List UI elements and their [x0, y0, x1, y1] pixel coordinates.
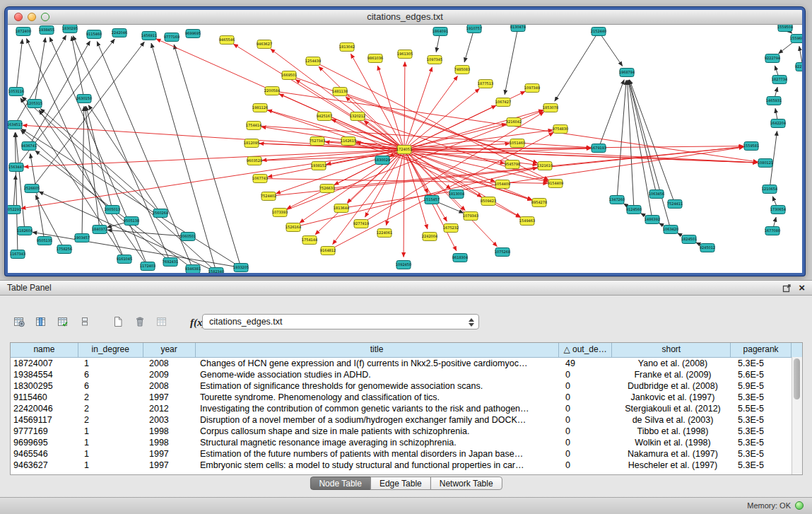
- graph-node[interactable]: 3216042: [506, 118, 522, 127]
- graph-node[interactable]: 1080121: [758, 159, 773, 168]
- table-row[interactable]: 1938455462009Genome-wide association stu…: [11, 369, 802, 380]
- import-table-icon[interactable]: [153, 313, 171, 332]
- graph-edge[interactable]: [404, 150, 404, 257]
- zoom-button[interactable]: [41, 13, 49, 21]
- graph-node[interactable]: 1052291: [8, 206, 21, 214]
- window-titlebar[interactable]: citations_edges.txt: [8, 10, 802, 25]
- graph-node[interactable]: 9545798: [505, 160, 520, 169]
- graph-node[interactable]: 1515457: [424, 196, 440, 204]
- graph-node[interactable]: 1582340: [208, 268, 224, 274]
- graph-node[interactable]: 1465931: [766, 97, 782, 105]
- graph-node[interactable]: 1840372: [92, 226, 107, 234]
- graph-node[interactable]: 1910757: [466, 25, 482, 33]
- graph-node[interactable]: 8954278: [531, 199, 547, 207]
- column-header-3[interactable]: title: [196, 343, 559, 357]
- graph-node[interactable]: 1864091: [433, 28, 448, 36]
- graph-node[interactable]: 1968794: [619, 69, 635, 77]
- column-header-5[interactable]: short: [612, 343, 731, 357]
- graph-node[interactable]: 9154409: [548, 180, 563, 188]
- graph-node[interactable]: 1677080: [765, 227, 780, 235]
- graph-edge[interactable]: [404, 124, 506, 149]
- graph-node[interactable]: 1321610: [537, 162, 553, 170]
- graph-node[interactable]: 1347260: [609, 196, 625, 204]
- graph-node[interactable]: 7692431: [163, 258, 178, 267]
- graph-edge[interactable]: [505, 28, 518, 95]
- graph-node[interactable]: 1813004: [449, 190, 464, 199]
- graph-node[interactable]: 1162615: [341, 137, 356, 146]
- graph-node[interactable]: 9124560: [626, 206, 642, 214]
- graph-edge[interactable]: [22, 97, 216, 272]
- table-columns-icon[interactable]: [32, 313, 50, 332]
- column-header-2[interactable]: year: [143, 343, 196, 357]
- graph-node[interactable]: 1559504: [777, 25, 793, 32]
- graph-edge[interactable]: [97, 42, 193, 269]
- graph-node[interactable]: 1679193: [591, 144, 606, 153]
- graph-node[interactable]: 8509423: [481, 197, 496, 206]
- graph-node[interactable]: 1075268: [495, 248, 510, 257]
- graph-node[interactable]: 1754414: [246, 122, 261, 130]
- graph-node[interactable]: 1730654: [770, 206, 786, 214]
- graph-node[interactable]: 1559604: [790, 35, 802, 43]
- minimize-button[interactable]: [28, 13, 36, 21]
- graph-node[interactable]: 2560264: [153, 209, 168, 218]
- graph-edge[interactable]: [71, 36, 84, 98]
- tab-network-table[interactable]: Network Table: [430, 477, 502, 490]
- table-row[interactable]: 1456911722003Disruption of a novel membe…: [11, 414, 802, 426]
- graph-node[interactable]: 9222794: [765, 54, 780, 63]
- graph-node[interactable]: 2242046: [112, 29, 127, 37]
- graph-node[interactable]: 1320212: [350, 112, 365, 121]
- graph-node[interactable]: 2242004: [422, 233, 437, 241]
- graph-node[interactable]: 1724051: [396, 146, 412, 154]
- graph-node[interactable]: 1063420: [663, 226, 678, 234]
- graph-node[interactable]: 1486392: [645, 216, 660, 224]
- graph-edge[interactable]: [293, 168, 537, 227]
- graph-node[interactable]: 2526605: [24, 185, 40, 193]
- graph-node[interactable]: 9277419: [353, 220, 369, 228]
- network-table-selector[interactable]: citations_edges.txt: [202, 314, 479, 329]
- graph-node[interactable]: 1830029: [375, 156, 390, 165]
- graph-node[interactable]: 1830295: [62, 25, 78, 33]
- graph-node[interactable]: 1205315: [27, 100, 42, 108]
- graph-edge[interactable]: [13, 175, 16, 209]
- memory-status-indicator[interactable]: [795, 501, 804, 510]
- graph-node[interactable]: 2630150: [76, 95, 92, 103]
- graph-edge[interactable]: [617, 80, 626, 199]
- graph-node[interactable]: 1172403: [140, 262, 155, 271]
- graph-edge[interactable]: [333, 150, 404, 245]
- graph-node[interactable]: 7524411: [667, 200, 683, 209]
- table-row[interactable]: 2242004622012Investigating the contribut…: [11, 403, 802, 414]
- graph-node[interactable]: 1961305: [397, 50, 413, 59]
- graph-node[interactable]: 8130474: [510, 25, 526, 32]
- graph-edge[interactable]: [404, 62, 405, 149]
- graph-edge[interactable]: [599, 32, 623, 66]
- graph-edge[interactable]: [555, 32, 599, 102]
- graph-node[interactable]: 1073393: [272, 209, 288, 217]
- graph-node[interactable]: 9505138: [124, 217, 139, 226]
- table-row[interactable]: 911546021997Tourette syndrome. Phenomeno…: [11, 392, 802, 403]
- delete-table-icon[interactable]: [131, 313, 149, 332]
- graph-node[interactable]: 9436741: [21, 142, 37, 151]
- table-edit-icon[interactable]: [54, 313, 72, 332]
- graph-node[interactable]: 9463627: [257, 40, 272, 49]
- graph-node[interactable]: 7527343: [310, 137, 325, 146]
- graph-node[interactable]: 9465546: [219, 36, 235, 45]
- graph-edge[interactable]: [464, 29, 474, 62]
- graph-node[interactable]: 1067427: [495, 98, 511, 107]
- graph-node[interactable]: 1559581: [743, 142, 759, 151]
- graph-node[interactable]: 9346381: [185, 265, 201, 274]
- graph-edge[interactable]: [40, 109, 160, 214]
- graph-node[interactable]: 1053116: [8, 88, 24, 96]
- graph-node[interactable]: 9777169: [164, 33, 180, 42]
- tab-node-table[interactable]: Node Table: [310, 477, 371, 490]
- table-row[interactable]: 1830029562008Estimation of significance …: [11, 380, 802, 392]
- new-document-icon[interactable]: [109, 313, 127, 332]
- graph-node[interactable]: 1097349: [524, 84, 540, 93]
- scrollbar-thumb[interactable]: [794, 358, 800, 399]
- graph-node[interactable]: 7526631: [319, 185, 335, 193]
- column-rows-icon[interactable]: [76, 313, 94, 332]
- network-view[interactable]: 1724051181304212544391669501220058419811…: [8, 25, 802, 273]
- graph-edge[interactable]: [327, 147, 743, 189]
- graph-node[interactable]: 2060501: [180, 233, 196, 241]
- graph-node[interactable]: 9164812: [320, 247, 336, 255]
- graph-node[interactable]: 9115460: [86, 30, 102, 39]
